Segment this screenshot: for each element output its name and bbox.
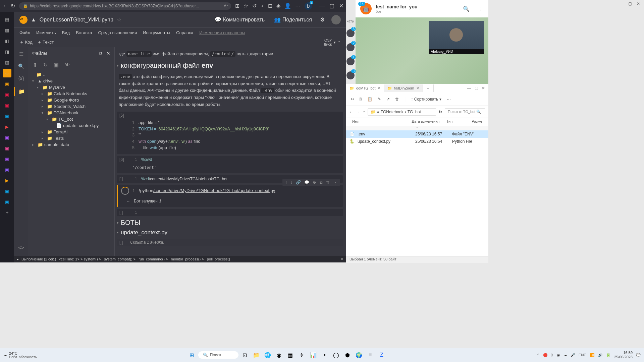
tree-updatectx[interactable]: 📄update_context.py xyxy=(31,122,112,129)
toc-icon[interactable]: ☰ xyxy=(19,51,23,57)
files-icon[interactable]: 📁 xyxy=(14,87,28,96)
tab-icon[interactable]: ▥ xyxy=(3,58,11,67)
tree-gphoto[interactable]: ▸📁Google Фото xyxy=(31,97,112,103)
onedrive-icon[interactable]: ☁ xyxy=(564,353,567,357)
tree-tgbot[interactable]: ▾📁TG_bot xyxy=(31,116,112,122)
add-tab-icon[interactable]: ＋ xyxy=(3,208,11,217)
delete-icon[interactable]: 🗑 xyxy=(395,97,399,102)
tab-icon[interactable]: ▣ xyxy=(3,144,11,153)
tab-icon[interactable]: ▣ xyxy=(3,187,11,195)
tray-icon[interactable]: 🔴 xyxy=(543,353,548,357)
vars-icon[interactable]: {x} xyxy=(18,75,24,81)
path-bar[interactable]: 📁« TGNotebook› TG_bot xyxy=(368,108,436,116)
clock[interactable]: 16:59 25/06/2023 xyxy=(614,351,633,359)
share-button[interactable]: 👥 Поделиться xyxy=(274,16,312,23)
tree-sample[interactable]: ▸📁sample_data xyxy=(31,141,112,148)
copy-icon[interactable]: ⎘ xyxy=(360,97,362,102)
tab-icon[interactable]: ◧ xyxy=(3,37,11,45)
tree-drive[interactable]: ▾▲drive xyxy=(31,78,112,84)
hidden-files-icon[interactable]: 👁 xyxy=(65,62,70,68)
code-cell-6[interactable]: [6]1%pwd '/content' xyxy=(117,156,343,173)
code-cell-running[interactable]: ↑ ↓ 🔗 💬 ⚙ ⧉ 🗑 ⋮ 1 !python /con xyxy=(117,185,343,207)
terminal-icon[interactable]: <> xyxy=(18,245,24,250)
tree-tgnotebook[interactable]: ▾📁TGNotebook xyxy=(31,110,112,116)
explorer-icon[interactable]: 📁 xyxy=(251,350,261,360)
bluetooth-icon[interactable]: ᛒ xyxy=(551,353,553,357)
tree-terra[interactable]: ▸📁TerraAi xyxy=(31,129,112,135)
menu-runtime[interactable]: Среда выполнения xyxy=(98,30,137,35)
col-date[interactable]: Дата изменения xyxy=(409,118,444,126)
reader-icon[interactable]: A⁺ xyxy=(224,4,228,8)
settings-icon[interactable]: ⚙ xyxy=(320,16,325,23)
minimize-icon[interactable]: — xyxy=(467,86,471,90)
start-button[interactable]: ⊞ xyxy=(187,350,197,360)
refresh-icon[interactable]: ↻ xyxy=(11,3,15,9)
menu-insert[interactable]: Вставка xyxy=(76,30,92,35)
move-up-icon[interactable]: ↑ xyxy=(285,180,287,185)
badge[interactable]: 3 xyxy=(346,71,355,79)
colab-tab-icon[interactable]: ∞ xyxy=(3,69,11,77)
app-icon[interactable]: 🌍 xyxy=(354,350,364,360)
video-call-pip[interactable]: Aleksey_УИИ xyxy=(429,21,484,54)
vscode-icon[interactable]: ≡ xyxy=(365,350,375,360)
comment-icon[interactable]: 💬 xyxy=(304,180,309,185)
app-icon[interactable]: ▦ xyxy=(285,350,296,360)
collections-icon[interactable]: ⋆ xyxy=(261,3,264,9)
menu-tools[interactable]: Инструменты xyxy=(143,30,170,35)
refresh-icon[interactable]: ↻ xyxy=(43,62,48,68)
mirror-icon[interactable]: ⧉ xyxy=(320,180,323,185)
badge[interactable]: 6 xyxy=(346,29,355,37)
battery-icon[interactable]: 🔋 xyxy=(606,353,611,357)
col-size[interactable]: Разме xyxy=(469,118,485,126)
minimize-icon[interactable]: — xyxy=(620,1,624,7)
section-env[interactable]: ▾конфигурационный файл env xyxy=(117,62,343,69)
tab-icon[interactable]: ▣ xyxy=(3,155,11,163)
col-type[interactable]: Тип xyxy=(444,118,469,126)
menu-file[interactable]: Файл xyxy=(19,30,30,35)
menu-help[interactable]: Справка xyxy=(176,30,193,35)
cell-code[interactable]: %pwd xyxy=(141,157,152,162)
close-tab-icon[interactable]: ✕ xyxy=(377,86,380,90)
settings-icon[interactable]: ⚙ xyxy=(313,180,316,185)
bing-icon[interactable]: b1 xyxy=(305,2,312,10)
close-icon[interactable]: ✕ xyxy=(637,1,640,7)
tab-icon[interactable]: ▤ xyxy=(3,15,11,24)
tab-icon[interactable]: ▣ xyxy=(3,79,11,88)
back-icon[interactable]: ← xyxy=(350,110,354,114)
search-box[interactable]: 🔍 Поиск xyxy=(198,351,238,359)
notebook-title[interactable]: OpenLessonTGbot_УИИ.ipynb xyxy=(40,17,113,23)
minimize-icon[interactable]: — xyxy=(319,3,325,9)
tab-icon[interactable]: ▣ xyxy=(3,101,11,110)
runtime-dropdown-icon[interactable]: ▾ xyxy=(334,40,336,45)
tray-chevron-icon[interactable]: ⌃ xyxy=(537,353,540,357)
badge[interactable]: 1 xyxy=(346,57,355,65)
volume-icon[interactable]: 🔊 xyxy=(598,353,603,357)
avatar-icon[interactable] xyxy=(331,15,341,24)
code-cell-5[interactable]: [5] 1app_file = ''' 2TOKEN = '6042046167… xyxy=(117,112,343,154)
mic-icon[interactable]: 🎤 xyxy=(571,353,575,357)
weather-widget[interactable]: ☁ 24°C Небл. облачность xyxy=(3,351,37,359)
refresh-icon[interactable]: ↻ xyxy=(439,110,442,114)
tree-mydrive[interactable]: ▾📁MyDrive xyxy=(31,84,112,90)
running-spinner-icon[interactable] xyxy=(121,187,129,195)
maximize-icon[interactable]: ▢ xyxy=(329,3,334,9)
delete-icon[interactable]: 🗑 xyxy=(326,180,330,185)
popout-icon[interactable]: ⧉ xyxy=(99,51,102,56)
tray-icon[interactable]: ◉ xyxy=(557,353,560,357)
stop-icon[interactable]: ⋯ ✕ xyxy=(336,257,343,261)
close-icon[interactable]: ✕ xyxy=(482,86,485,90)
tree-colab-nb[interactable]: ▸📁Colab Notebooks xyxy=(31,90,112,97)
move-down-icon[interactable]: ↓ xyxy=(290,180,292,185)
cut-icon[interactable]: ✂ xyxy=(351,97,354,102)
upload-icon[interactable]: ⬆ xyxy=(33,62,37,68)
tree-parent[interactable]: 📁.. xyxy=(31,71,112,78)
tree-tests[interactable]: ▸📁Tests xyxy=(31,135,112,141)
link-icon[interactable]: 🔗 xyxy=(296,180,301,185)
app-icon[interactable]: ◉ xyxy=(274,350,284,360)
collapse-icon[interactable]: ⌃ xyxy=(338,40,341,45)
hidden-cell[interactable]: [ ]Скрыта 1 ячейка. xyxy=(117,239,343,246)
section-update[interactable]: ▸update_context.py xyxy=(117,229,343,236)
maximize-icon[interactable]: ▢ xyxy=(628,1,632,7)
star-icon[interactable]: ☆ xyxy=(117,16,121,23)
extensions-icon[interactable]: ⊡ xyxy=(268,3,272,9)
